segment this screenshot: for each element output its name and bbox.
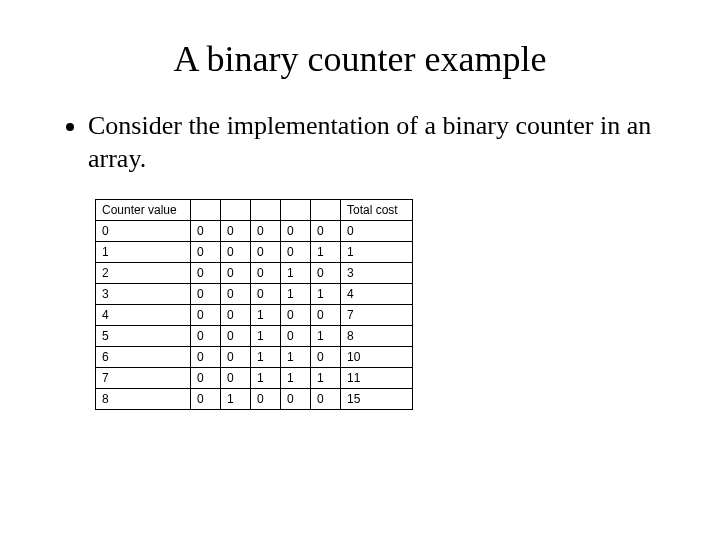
table-row: 8 0 1 0 0 0 15 (96, 389, 413, 410)
cell-bit: 0 (251, 221, 281, 242)
header-bit-0 (311, 200, 341, 221)
bullet-list: Consider the implementation of a binary … (60, 110, 660, 175)
cell-bit: 0 (281, 242, 311, 263)
cell-cost: 1 (341, 242, 413, 263)
cell-bit: 0 (191, 263, 221, 284)
cell-bit: 1 (251, 347, 281, 368)
cell-bit: 0 (311, 305, 341, 326)
table-row: 1 0 0 0 0 1 1 (96, 242, 413, 263)
cell-bit: 0 (251, 284, 281, 305)
cell-bit: 0 (221, 368, 251, 389)
bullet-item: Consider the implementation of a binary … (88, 110, 660, 175)
cell-bit: 0 (191, 242, 221, 263)
cell-bit: 0 (191, 347, 221, 368)
cell-counter: 8 (96, 389, 191, 410)
cell-bit: 0 (311, 263, 341, 284)
cell-bit: 0 (191, 305, 221, 326)
cell-counter: 3 (96, 284, 191, 305)
cell-bit: 0 (311, 389, 341, 410)
cell-bit: 0 (191, 389, 221, 410)
cell-bit: 1 (221, 389, 251, 410)
cell-bit: 0 (281, 305, 311, 326)
cell-cost: 4 (341, 284, 413, 305)
cell-bit: 1 (311, 368, 341, 389)
cell-cost: 10 (341, 347, 413, 368)
table-row: 4 0 0 1 0 0 7 (96, 305, 413, 326)
cell-cost: 11 (341, 368, 413, 389)
table-row: 5 0 0 1 0 1 8 (96, 326, 413, 347)
cell-bit: 1 (281, 347, 311, 368)
cell-bit: 0 (191, 221, 221, 242)
cell-bit: 0 (281, 389, 311, 410)
cell-bit: 0 (221, 326, 251, 347)
cell-bit: 0 (221, 305, 251, 326)
cell-bit: 0 (191, 284, 221, 305)
cell-counter: 6 (96, 347, 191, 368)
cell-bit: 0 (251, 263, 281, 284)
cell-bit: 1 (251, 305, 281, 326)
cell-bit: 1 (311, 242, 341, 263)
cell-counter: 1 (96, 242, 191, 263)
cell-counter: 2 (96, 263, 191, 284)
cell-bit: 1 (251, 368, 281, 389)
header-bit-4 (191, 200, 221, 221)
counter-table: Counter value Total cost 0 0 0 0 0 0 0 1… (95, 199, 413, 410)
cell-bit: 0 (191, 368, 221, 389)
cell-bit: 1 (251, 326, 281, 347)
header-bit-1 (281, 200, 311, 221)
cell-bit: 0 (221, 221, 251, 242)
table-container: Counter value Total cost 0 0 0 0 0 0 0 1… (95, 199, 720, 410)
table-row: 3 0 0 0 1 1 4 (96, 284, 413, 305)
cell-cost: 15 (341, 389, 413, 410)
slide: A binary counter example Consider the im… (0, 0, 720, 540)
table-row: 7 0 0 1 1 1 11 (96, 368, 413, 389)
cell-bit: 0 (221, 347, 251, 368)
cell-bit: 0 (281, 221, 311, 242)
slide-title: A binary counter example (0, 0, 720, 110)
cell-cost: 0 (341, 221, 413, 242)
cell-counter: 7 (96, 368, 191, 389)
table-header-row: Counter value Total cost (96, 200, 413, 221)
cell-bit: 0 (191, 326, 221, 347)
cell-bit: 0 (311, 221, 341, 242)
cell-bit: 0 (281, 326, 311, 347)
cell-bit: 1 (281, 263, 311, 284)
cell-bit: 1 (281, 368, 311, 389)
table-row: 0 0 0 0 0 0 0 (96, 221, 413, 242)
header-bit-2 (251, 200, 281, 221)
header-counter-value: Counter value (96, 200, 191, 221)
cell-bit: 0 (221, 242, 251, 263)
table-row: 6 0 0 1 1 0 10 (96, 347, 413, 368)
cell-counter: 0 (96, 221, 191, 242)
cell-bit: 0 (221, 284, 251, 305)
cell-bit: 1 (311, 326, 341, 347)
cell-bit: 1 (311, 284, 341, 305)
cell-bit: 0 (221, 263, 251, 284)
header-bit-3 (221, 200, 251, 221)
cell-cost: 3 (341, 263, 413, 284)
cell-bit: 0 (251, 389, 281, 410)
cell-bit: 0 (251, 242, 281, 263)
cell-cost: 7 (341, 305, 413, 326)
header-total-cost: Total cost (341, 200, 413, 221)
cell-bit: 0 (311, 347, 341, 368)
cell-counter: 5 (96, 326, 191, 347)
cell-cost: 8 (341, 326, 413, 347)
table-row: 2 0 0 0 1 0 3 (96, 263, 413, 284)
cell-counter: 4 (96, 305, 191, 326)
cell-bit: 1 (281, 284, 311, 305)
